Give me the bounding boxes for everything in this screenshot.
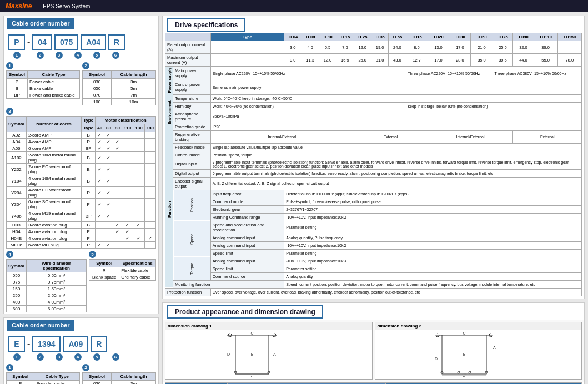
- cable-type-table: Symbol Cable Type P Power cable B Brake …: [6, 70, 80, 99]
- svg-point-26: [469, 371, 471, 373]
- type-b: B: [82, 132, 96, 139]
- sec3-num: 3: [6, 108, 13, 115]
- th-tl35: TL35: [371, 33, 388, 41]
- e-num-5: 5: [93, 353, 100, 361]
- table-row: Analog command input Analog quantity, Pu…: [165, 234, 582, 241]
- model-p-r: R: [108, 34, 125, 50]
- table-row: Power supply Main power supply Single-ph…: [165, 67, 582, 80]
- sym-a02: A02: [7, 132, 27, 139]
- sym-100: 100: [83, 99, 112, 105]
- sym-a06: A06: [7, 145, 27, 152]
- svg-text:F: F: [251, 372, 253, 376]
- sym-a102: A102: [7, 152, 27, 164]
- cable-order-box: Cable order number P - 04 075 A04 R 1 2 …: [3, 16, 159, 314]
- th-tl25: TL25: [354, 33, 371, 41]
- table-row: Rated output current (A) 3.0 4.5 5.5 7.5…: [165, 41, 582, 54]
- th-tl10: TL10: [319, 33, 336, 41]
- core-row-y104: Y104 4-core 16M metal round plug B ✓✓: [7, 175, 156, 187]
- svg-text:2×F: 2×F: [461, 372, 468, 376]
- num-1: 1: [13, 52, 21, 59]
- th-th30: TH30: [449, 33, 471, 41]
- num-4: 4: [74, 52, 82, 59]
- th-num-cores: Number of cores: [26, 117, 81, 132]
- sep2: -: [27, 339, 30, 349]
- header-title: EPS Servo System: [43, 3, 90, 9]
- right-panel: Drive specifications Type TL04 TL08 TL10…: [162, 16, 585, 384]
- svg-text:A: A: [273, 352, 276, 356]
- num-6: 6: [112, 52, 119, 59]
- th-110: 110: [122, 124, 133, 132]
- num-2: 2: [37, 52, 44, 59]
- desc-y304: 6-core SC waterproof plug: [26, 199, 81, 210]
- drive-main-table: Type TL04 TL08 TL10 TL15 TL25 TL35 TL55 …: [165, 33, 582, 296]
- type-bp2: BP: [82, 145, 96, 152]
- core-row-y304: Y304 6-core SC waterproof plug P ✓✓: [7, 199, 156, 210]
- table-row: Control mode Position, speed, torque: [165, 151, 582, 159]
- desc-y204: 4-core EC waterproof plug: [26, 187, 81, 199]
- core-row-h04: H04 4-core aviation plug P ✓✓: [7, 229, 156, 235]
- th-180: 180: [144, 124, 155, 132]
- len-7m: 7m: [112, 92, 156, 99]
- core-row-a06: A06 6-core AMP BP ✓✓✓: [7, 145, 156, 152]
- col-symbol2: Symbol: [83, 71, 112, 79]
- sym-a04: A04: [7, 139, 27, 145]
- table-row: Speed limit Parameter setting: [165, 265, 582, 272]
- col-symbol: Symbol: [7, 71, 28, 79]
- len-10m: 10m: [112, 99, 156, 105]
- th-th15: TH15: [406, 33, 428, 41]
- e-num-6: 6: [112, 353, 119, 361]
- table-row: Humidity Work: 40%~90% (no condensation)…: [165, 102, 582, 110]
- th-40: 40: [96, 124, 104, 132]
- model-p-letter: P: [8, 34, 25, 50]
- th-type: Type: [82, 117, 96, 124]
- e-num-3: 3: [56, 353, 63, 361]
- desc-h04: 4-core aviation plug: [26, 229, 81, 235]
- sym-y406: Y406: [7, 210, 27, 222]
- model-p-a04: A04: [81, 34, 106, 50]
- table-row: Protection grade IP20: [165, 123, 582, 130]
- e-num-1: 1: [13, 353, 21, 361]
- table-row: Running Command range -10V~+10V, input i…: [165, 213, 582, 221]
- svg-text:D: D: [435, 357, 438, 361]
- e-sec1-num: 1: [6, 364, 13, 371]
- th-sym-specs: Symbol: [89, 260, 119, 267]
- th-symbol3: Symbol: [7, 117, 27, 132]
- svg-text:B: B: [250, 352, 253, 356]
- desc-p: Power cable: [27, 79, 79, 85]
- desc-h04b: 4-core aviation plug: [26, 235, 81, 242]
- product-box: Product appearance and dimension drawing…: [162, 302, 585, 384]
- num-5: 5: [93, 52, 100, 59]
- model-e-1394: 1394: [32, 336, 61, 352]
- table-row: Digital output 5 programmable output ter…: [165, 169, 582, 177]
- sep1: -: [27, 37, 30, 47]
- svg-text:D: D: [227, 352, 230, 356]
- cable-length-table: Symbol Cable length 0303m 0505m 0707m 10…: [82, 70, 156, 105]
- core-row-y202: Y202 2-core EC waterproof plug B ✓✓: [7, 164, 156, 175]
- sec1-num: 1: [6, 62, 13, 69]
- th-130: 130: [133, 124, 144, 132]
- sym-y104: Y104: [7, 175, 27, 187]
- table-row: Command source Analog quantity: [165, 272, 582, 280]
- sym-070: 070: [83, 92, 112, 99]
- encoder-cable-title: Cable order number: [7, 320, 74, 331]
- table-row: Command mode Pulse+symbol, forward/rever…: [165, 198, 582, 205]
- encoder-cable-type-table: Symbol Cable Type EEncoder cable: [6, 372, 80, 384]
- svg-text:E: E: [463, 376, 466, 377]
- drawing-1-title: dimension drawing 1: [165, 322, 372, 330]
- table-row: Atmospheric pressure 86kPa~106kPa: [165, 110, 582, 123]
- e-num-2: 2: [37, 353, 44, 361]
- th-tl08: TL08: [301, 33, 319, 41]
- sym-050: 050: [83, 85, 112, 92]
- desc-a06: 6-core AMP: [26, 145, 81, 152]
- table-row: Digital input 7 programmable input termi…: [165, 159, 582, 169]
- th-80: 80: [113, 124, 122, 132]
- logo: Maxsine: [6, 2, 32, 10]
- wire-diam-table: Symbol Wire diameter specification 0500.…: [6, 259, 87, 312]
- drawing-area: dimension drawing 1 C: [163, 320, 584, 382]
- col-length: Cable length: [112, 71, 156, 79]
- sym-y204: Y204: [7, 187, 27, 199]
- table-row: Position Input frequency Differential in…: [165, 190, 582, 198]
- encoder-cable-length-table: Symbol Cable length 0303m 0505m 0707m 10…: [82, 372, 156, 384]
- sec5-num: 5: [89, 251, 96, 258]
- svg-text:C: C: [250, 332, 253, 335]
